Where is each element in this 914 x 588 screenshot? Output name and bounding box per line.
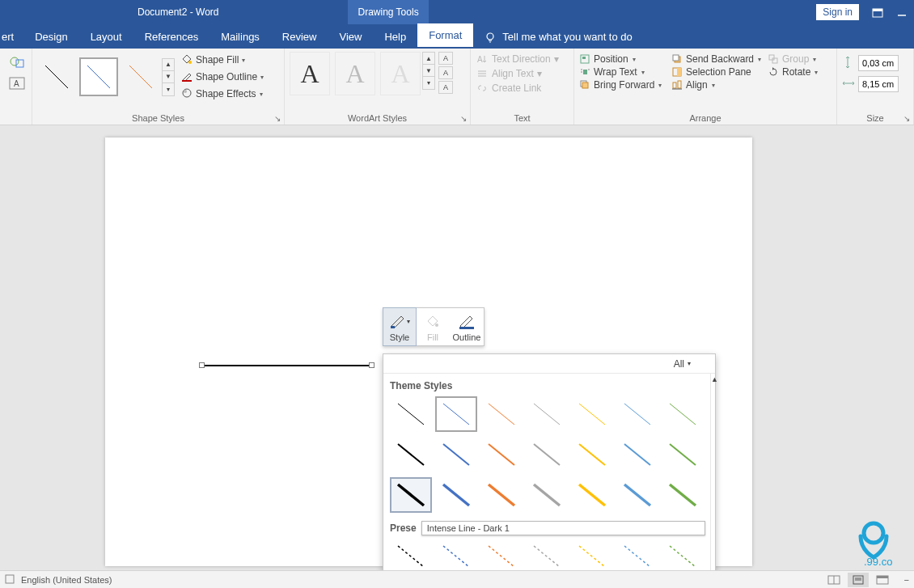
text-outline-button[interactable]: A bbox=[438, 66, 453, 79]
minimize-button[interactable] bbox=[890, 6, 914, 18]
shape-style-gallery-spinner[interactable]: ▲ ▼ ▾ bbox=[162, 58, 175, 96]
wordart-thumb-3[interactable]: A bbox=[380, 52, 421, 95]
shape-style-thumb-2[interactable] bbox=[79, 57, 118, 96]
gallery-row-up[interactable]: ▲ bbox=[163, 59, 174, 71]
tab-format[interactable]: Format bbox=[417, 23, 473, 49]
wordart-thumb-1[interactable]: A bbox=[290, 52, 330, 95]
theme-swatch-r0-c4[interactable] bbox=[571, 396, 613, 432]
tab-view[interactable]: View bbox=[328, 25, 373, 49]
theme-swatch-r2-c5[interactable] bbox=[616, 477, 658, 513]
theme-swatch-r1-c6[interactable] bbox=[662, 437, 704, 472]
mini-outline-button[interactable]: Outline bbox=[450, 308, 484, 345]
height-input[interactable] bbox=[858, 55, 899, 71]
tell-me-search[interactable]: Tell me what you want to do bbox=[473, 25, 643, 49]
preset-swatch-6[interactable] bbox=[662, 539, 704, 574]
signin-button[interactable]: Sign in bbox=[816, 4, 859, 20]
theme-swatch-r2-c6[interactable] bbox=[662, 477, 704, 513]
theme-swatch-r1-c3[interactable] bbox=[526, 437, 568, 472]
zoom-out[interactable]: − bbox=[904, 575, 909, 585]
gallery-row-down[interactable]: ▼ bbox=[163, 71, 174, 83]
svg-line-55 bbox=[624, 444, 650, 465]
theme-swatch-r0-c1[interactable] bbox=[435, 396, 477, 432]
theme-swatch-r0-c5[interactable] bbox=[616, 396, 658, 432]
theme-swatch-r2-c3[interactable] bbox=[526, 477, 568, 513]
view-web-layout[interactable] bbox=[872, 573, 893, 587]
theme-swatch-r1-c4[interactable] bbox=[571, 437, 613, 472]
shape-fill-button[interactable]: Shape Fill▾ bbox=[180, 53, 265, 68]
size-launcher[interactable]: ↘ bbox=[903, 114, 910, 123]
rotate-button[interactable]: Rotate▾ bbox=[768, 66, 840, 78]
wordart-launcher[interactable]: ↘ bbox=[460, 114, 467, 123]
width-input[interactable] bbox=[858, 76, 899, 92]
shape-outline-button[interactable]: Shape Outline▾ bbox=[180, 70, 265, 85]
gallery-scrollbar[interactable]: ▲ ▼ bbox=[710, 374, 718, 581]
tab-layout[interactable]: Layout bbox=[79, 25, 133, 49]
text-fill-button[interactable]: A bbox=[438, 52, 453, 65]
group-button[interactable]: Group▾ bbox=[768, 53, 840, 65]
theme-swatch-r1-c1[interactable] bbox=[435, 437, 477, 472]
draw-text-box-button[interactable]: A bbox=[6, 74, 28, 92]
shape-style-thumb-3[interactable] bbox=[121, 57, 160, 96]
wordart-gallery[interactable]: A A A bbox=[290, 52, 421, 95]
gallery-filter-all[interactable]: All bbox=[674, 358, 684, 370]
align-objects-button[interactable]: Align▾ bbox=[671, 79, 764, 91]
ribbon-display-button[interactable] bbox=[865, 6, 890, 18]
status-language[interactable]: English (United States) bbox=[21, 575, 112, 585]
shape-style-gallery[interactable] bbox=[37, 57, 160, 96]
text-effects-button[interactable]: A bbox=[438, 81, 453, 94]
wordart-row-down[interactable]: ▼ bbox=[423, 65, 434, 77]
text-direction-button[interactable]: A Text Direction▾ bbox=[476, 53, 559, 65]
view-print-layout[interactable] bbox=[848, 573, 869, 587]
view-read-mode[interactable] bbox=[823, 573, 844, 587]
selected-line-shape[interactable] bbox=[202, 365, 372, 366]
send-backward-button[interactable]: Send Backward▾ bbox=[671, 53, 764, 65]
theme-swatch-r2-c2[interactable] bbox=[480, 477, 523, 513]
shape-effects-button[interactable]: Shape Effects▾ bbox=[180, 87, 265, 102]
tab-mailings[interactable]: Mailings bbox=[209, 25, 271, 49]
shapes-gallery-button[interactable] bbox=[6, 53, 28, 71]
selection-pane-button[interactable]: Selection Pane bbox=[671, 66, 764, 78]
wordart-row-up[interactable]: ▲ bbox=[423, 53, 434, 65]
shape-style-thumb-1[interactable] bbox=[37, 57, 76, 96]
theme-swatch-r2-c4[interactable] bbox=[571, 477, 613, 513]
preset-swatch-4[interactable] bbox=[571, 539, 613, 574]
align-text-button[interactable]: Align Text▾ bbox=[476, 68, 559, 79]
mini-style-button[interactable]: ▾ Style bbox=[383, 307, 417, 346]
theme-swatch-r0-c0[interactable] bbox=[390, 396, 432, 432]
line-handle-start[interactable] bbox=[199, 362, 205, 368]
status-indicator-icon[interactable] bbox=[5, 574, 15, 586]
theme-swatch-r0-c2[interactable] bbox=[480, 396, 523, 432]
gallery-more[interactable]: ▾ bbox=[163, 83, 174, 95]
preset-swatch-2[interactable] bbox=[480, 539, 523, 574]
theme-swatch-r0-c6[interactable] bbox=[662, 396, 704, 432]
tab-references[interactable]: References bbox=[133, 25, 209, 49]
wordart-gallery-spinner[interactable]: ▲ ▼ ▾ bbox=[422, 52, 435, 90]
svg-rect-25 bbox=[769, 55, 774, 60]
svg-rect-35 bbox=[673, 82, 676, 88]
preset-swatch-0[interactable] bbox=[390, 539, 432, 574]
create-link-button[interactable]: Create Link bbox=[476, 82, 559, 94]
tab-help[interactable]: Help bbox=[373, 25, 417, 49]
line-handle-end[interactable] bbox=[369, 362, 374, 368]
preset-swatch-5[interactable] bbox=[616, 539, 658, 574]
document-area[interactable]: ▾ Style Fill Outline All▾ Theme Styles P… bbox=[0, 125, 914, 570]
wordart-thumb-2[interactable]: A bbox=[335, 52, 375, 95]
theme-swatch-r1-c2[interactable] bbox=[480, 437, 523, 472]
theme-swatch-r2-c1[interactable] bbox=[435, 477, 477, 513]
preset-swatch-1[interactable] bbox=[435, 539, 477, 574]
tab-insert-truncated[interactable]: ert bbox=[0, 25, 23, 49]
theme-swatch-r1-c0[interactable] bbox=[390, 437, 432, 472]
tab-design[interactable]: Design bbox=[23, 25, 78, 49]
tab-review[interactable]: Review bbox=[271, 25, 328, 49]
theme-swatch-r1-c5[interactable] bbox=[616, 437, 658, 472]
scroll-up[interactable]: ▲ bbox=[711, 375, 718, 383]
theme-swatch-r0-c3[interactable] bbox=[526, 396, 568, 432]
wrap-text-button[interactable]: Wrap Text▾ bbox=[579, 66, 668, 78]
mini-fill-button[interactable]: Fill bbox=[416, 308, 450, 345]
wordart-more[interactable]: ▾ bbox=[423, 77, 434, 89]
position-button[interactable]: Position▾ bbox=[579, 53, 668, 65]
preset-swatch-3[interactable] bbox=[526, 539, 568, 574]
bring-forward-button[interactable]: Bring Forward▾ bbox=[579, 79, 668, 91]
theme-swatch-r2-c0[interactable] bbox=[390, 477, 432, 513]
shape-styles-launcher[interactable]: ↘ bbox=[274, 114, 281, 123]
